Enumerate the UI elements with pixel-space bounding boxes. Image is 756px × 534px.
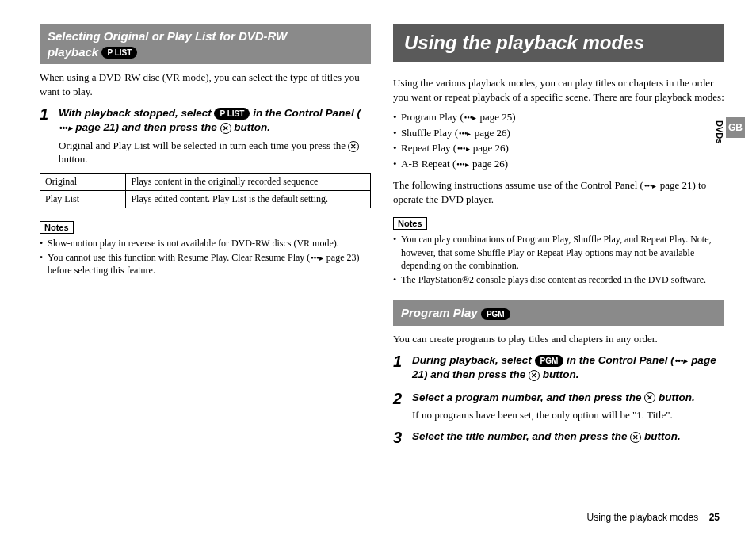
step-num: 3 [393,429,406,445]
t: button. [231,121,270,133]
table-row: Play List Plays edited content. Play Lis… [40,190,371,208]
t: Program Play [401,306,478,319]
xref-icon: •••▸ [464,113,477,124]
x-button-icon: ✕ [348,141,359,152]
pgm-badge-inline: PGM [535,355,564,367]
d: Original and Play List will be selected … [59,139,348,151]
step-body: Select a program number, and then press … [412,391,724,422]
t: During playback, select [412,354,535,366]
step-body: During playback, select PGM in the Contr… [412,353,724,382]
d: button. [59,153,87,165]
xref-icon: •••▸ [456,159,469,170]
list-item: A-B Repeat (•••▸ page 26) [393,157,724,171]
t: Shuffle Play ( [401,127,458,139]
xref-icon: •••▸ [459,128,472,139]
note-item: Slow-motion play in reverse is not avail… [40,237,371,250]
page-number: 25 [709,512,720,523]
section-header-left: Selecting Original or Play List for DVD-… [40,24,371,64]
right-intro: Using the various playback modes, you ca… [393,76,724,104]
step-num: 1 [40,106,52,166]
step-desc: Original and Play List will be selected … [59,139,371,166]
x-button-icon: ✕ [630,432,641,443]
step-num: 2 [393,391,406,422]
left-notes: Slow-motion play in reverse is not avail… [40,237,371,277]
mode-list: Program Play (•••▸ page 25) Shuffle Play… [393,110,724,170]
cell: Plays edited content. Play List is the d… [126,190,371,208]
step-title: Select a program number, and then press … [412,391,724,405]
step-title: With playback stopped, select P LIST in … [59,106,371,135]
xref-icon: •••▸ [311,253,323,264]
step-title: During playback, select PGM in the Contr… [412,353,724,382]
right-column: Using the playback modes Using the vario… [393,24,724,447]
step-desc: If no programs have been set, the only o… [412,408,724,422]
right-notes: You can play combinations of Program Pla… [393,233,724,286]
x-button-icon: ✕ [220,123,231,134]
section-header-program: Program Play PGM [393,300,724,326]
notes-label: Notes [40,221,74,234]
note-item: You can play combinations of Program Pla… [393,233,724,272]
prog-step-2: 2 Select a program number, and then pres… [393,391,724,422]
side-tabs: GB DVDs [713,117,745,147]
pgm-badge: PGM [481,308,510,320]
cell: Play List [40,190,126,208]
t: Program Play ( [401,111,464,123]
list-item: Shuffle Play (•••▸ page 26) [393,126,724,140]
left-step-1: 1 With playback stopped, select P LIST i… [40,106,371,166]
cell: Original [40,173,126,190]
list-item: Program Play (•••▸ page 25) [393,110,724,124]
step-body: Select the title number, and then press … [412,429,724,445]
cell: Plays content in the originally recorded… [126,173,371,190]
playlist-table: Original Plays content in the originally… [40,173,371,208]
header-line2: playback [48,45,98,59]
prog-intro: You can create programs to play titles a… [393,332,724,346]
tab-dvds: DVDs [713,117,726,147]
xref-icon: •••▸ [59,123,72,134]
page-columns: Selecting Original or Play List for DVD-… [40,24,724,447]
t: Select the title number, and then press … [412,430,630,442]
plist-badge: P LIST [101,47,137,59]
xref-icon: •••▸ [457,143,470,154]
t: Select a program number, and then press … [412,391,644,403]
left-intro: When using a DVD-RW disc (VR mode), you … [40,71,371,98]
prog-step-1: 1 During playback, select PGM in the Con… [393,353,724,382]
right-after: The following instructions assume use of… [393,178,724,206]
t: page 21) and then press the [73,121,220,133]
t: The following instructions assume use of… [393,179,643,191]
note-item: You cannot use this function with Resume… [40,251,371,277]
step-num: 1 [393,353,406,382]
xref-icon: •••▸ [644,181,657,192]
table-row: Original Plays content in the originally… [40,173,371,190]
x-button-icon: ✕ [529,370,540,381]
t: You cannot use this function with Resume… [48,252,310,263]
xref-icon: •••▸ [675,356,688,367]
t: page 26) [471,142,509,154]
left-column: Selecting Original or Play List for DVD-… [40,24,371,447]
t: page 25) [477,111,515,123]
footer-text: Using the playback modes [587,512,699,523]
t: page 26) [472,127,510,139]
t: button. [641,430,680,442]
t: Repeat Play ( [401,142,456,154]
step-title: Select the title number, and then press … [412,429,724,444]
t: page 26) [470,158,508,170]
t: With playback stopped, select [59,107,214,119]
footer: Using the playback modes 25 [587,512,720,523]
note-item: The PlayStation®2 console plays disc con… [393,273,724,286]
t: button. [655,391,694,403]
t: A-B Repeat ( [401,158,456,170]
t: in the Control Panel ( [250,107,361,119]
notes-label: Notes [393,217,427,230]
t: button. [540,368,578,380]
step-body: With playback stopped, select P LIST in … [59,106,371,166]
list-item: Repeat Play (•••▸ page 26) [393,141,724,155]
tab-gb: GB [726,117,745,138]
t: in the Control Panel ( [563,354,674,366]
header-line1: Selecting Original or Play List for DVD-… [48,29,287,43]
prog-step-3: 3 Select the title number, and then pres… [393,429,724,445]
x-button-icon: ✕ [644,392,655,403]
main-banner: Using the playback modes [393,24,724,62]
plist-badge-inline: P LIST [214,108,250,120]
